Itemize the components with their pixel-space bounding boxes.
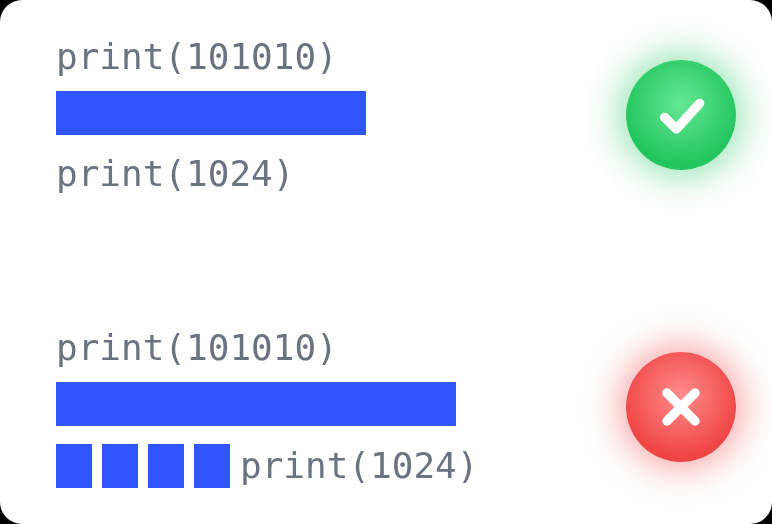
code-line: print(1024) xyxy=(56,153,366,194)
indent-block xyxy=(148,444,184,488)
indent-block xyxy=(102,444,138,488)
redacted-line xyxy=(56,91,366,139)
example-correct: print(101010) print(1024) xyxy=(56,36,736,195)
code-line: print(101010) xyxy=(56,36,366,77)
code-line: print(101010) xyxy=(56,327,478,368)
cross-icon xyxy=(653,379,709,435)
indent-block xyxy=(56,444,92,488)
status-incorrect xyxy=(626,352,736,462)
redacted-line xyxy=(56,382,478,430)
example-incorrect: print(101010) print(1024) xyxy=(56,327,736,488)
comparison-card: print(101010) print(1024) print(101010) … xyxy=(0,0,772,524)
code-block-incorrect: print(101010) print(1024) xyxy=(56,327,478,488)
code-text: print(1024) xyxy=(240,445,478,486)
indent-block xyxy=(194,444,230,488)
redaction-bar xyxy=(56,382,456,426)
code-block-correct: print(101010) print(1024) xyxy=(56,36,366,195)
status-correct xyxy=(626,60,736,170)
check-icon xyxy=(653,87,709,143)
code-line-indented: print(1024) xyxy=(56,444,478,488)
redaction-bar xyxy=(56,91,366,135)
